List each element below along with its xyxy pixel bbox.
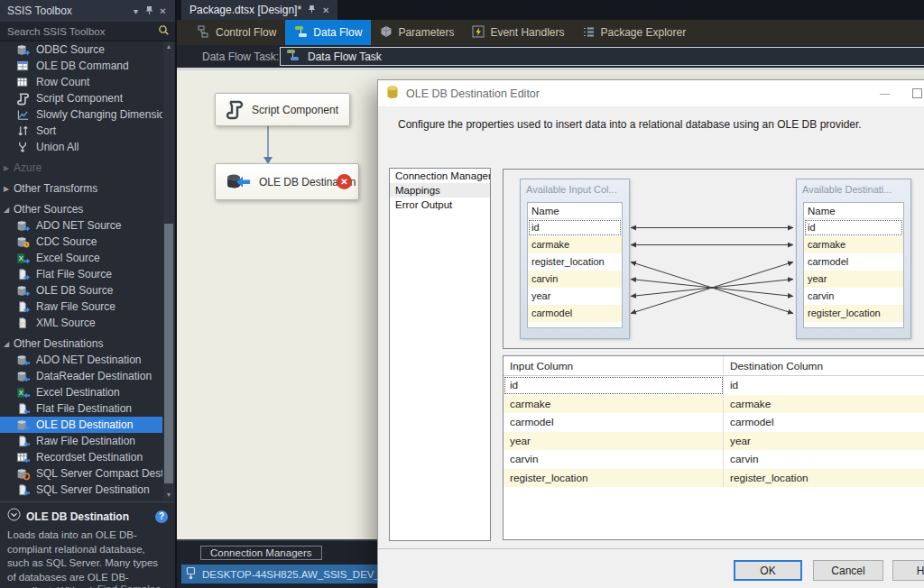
tab-package-explorer[interactable]: Package Explorer (573, 20, 695, 45)
chevron-circle-icon[interactable] (7, 508, 21, 525)
toolbox-item-raw-file-source[interactable]: Raw File Source (0, 299, 162, 315)
toolbox-item-script-component[interactable]: Script Component (0, 90, 162, 106)
data-flow-task-dropdown[interactable]: Data Flow Task (280, 47, 924, 66)
tab-label: Package Explorer (600, 26, 686, 39)
toolbox-item-ole-db-source[interactable]: OLE DB Source (0, 282, 162, 299)
toolbox-item-cdc-source[interactable]: CDC Source (0, 234, 162, 250)
toolbox-item-ole-db-command[interactable]: OLE DB Command (0, 58, 162, 74)
grid-row-year[interactable]: yearyear (504, 432, 924, 451)
tab-parameters[interactable]: Parameters (371, 20, 463, 45)
cancel-button[interactable]: Cancel (813, 560, 883, 581)
node-oledb-destination[interactable]: OLE DB Destination ✕ (215, 163, 359, 200)
grid-cell-input[interactable]: year (504, 432, 724, 451)
grid-cell-destination[interactable]: register_location (724, 469, 924, 488)
toolbox-group-other-sources[interactable]: ◢Other Sources (0, 201, 162, 217)
toolbox-item-excel-source[interactable]: XExcel Source (0, 250, 162, 266)
available-destination-columns-row-carmodel[interactable]: carmodel (804, 253, 903, 271)
help-circle-icon[interactable]: ? (155, 510, 168, 523)
toolbox-scrollbar[interactable]: ▲ ▼ (163, 41, 174, 500)
grid-cell-input[interactable]: id (504, 376, 724, 395)
dialog-nav-mappings[interactable]: Mappings (390, 183, 490, 198)
window-menu-icon[interactable]: ▾ (129, 6, 143, 16)
toolbox-item-ado-net-source[interactable]: ADO NET Source (0, 217, 162, 234)
minimize-icon[interactable] (880, 94, 890, 95)
toolbox-item-raw-file-destination[interactable]: Raw File Destination (0, 433, 162, 449)
grid-row-carvin[interactable]: carvincarvin (504, 450, 924, 469)
node-label: Script Component (252, 104, 338, 116)
available-input-columns-row-year[interactable]: year (528, 288, 622, 305)
available-input-columns-row-carmodel[interactable]: carmodel (528, 305, 622, 322)
grid-cell-input[interactable]: carmake (504, 395, 724, 414)
pin-icon[interactable] (143, 5, 156, 17)
available-input-columns-row-carmake[interactable]: carmake (528, 236, 622, 253)
grid-cell-input[interactable]: carvin (504, 450, 724, 469)
grid-row-carmodel[interactable]: carmodelcarmodel (504, 413, 924, 432)
available-destination-columns-row-year[interactable]: year (804, 271, 903, 288)
dialog-nav-error-output[interactable]: Error Output (390, 198, 490, 212)
toolbox-item-recordset-destination[interactable]: Recordset Destination (0, 449, 162, 465)
toolbox-item-row-count[interactable]: Row Count (0, 74, 162, 90)
grid-row-id[interactable]: idid (504, 376, 924, 395)
mapping-grid: Input ColumnDestination Columnididcarmak… (503, 355, 924, 540)
toolbox-group-other-transforms[interactable]: ▶Other Transforms (0, 180, 162, 197)
document-tab[interactable]: Package.dtsx [Design]* ✕ (181, 0, 337, 20)
toolbox-item-sort[interactable]: Sort (0, 123, 162, 139)
toolbox-group-other-destinations[interactable]: ◢Other Destinations (0, 335, 162, 352)
grid-row-carmake[interactable]: carmakecarmake (504, 395, 924, 414)
toolbox-item-excel-destination[interactable]: XExcel Destination (0, 384, 162, 400)
toolbox-item-label: ODBC Source (36, 43, 105, 56)
search-input[interactable] (5, 25, 158, 38)
tab-event-handlers[interactable]: Event Handlers (463, 20, 573, 45)
toolbox-item-datareader-destination[interactable]: DataReader Destination (0, 368, 162, 384)
available-destination-columns-row-register-location[interactable]: register_location (804, 305, 903, 322)
dialog-titlebar[interactable]: OLE DB Destination Editor (378, 80, 924, 107)
toolbox-item-sql-server-compact-destina[interactable]: SQL Server Compact Destina... (0, 465, 162, 482)
grid-cell-destination[interactable]: carmodel (724, 413, 924, 432)
grid-header-input-column[interactable]: Input Column (504, 356, 724, 375)
toolbox-item-flat-file-source[interactable]: Flat File Source (0, 266, 162, 282)
close-icon[interactable]: ✕ (156, 6, 170, 16)
toolbox-item-odbc-source[interactable]: ODBC Source (0, 41, 162, 58)
scrollbar-thumb[interactable] (164, 224, 173, 483)
tab-control-flow[interactable]: Control Flow (189, 20, 285, 45)
dialog-nav-connection-manager[interactable]: Connection Manager (390, 169, 490, 183)
maximize-icon[interactable] (912, 88, 922, 98)
grid-row-register-location[interactable]: register_locationregister_location (504, 469, 924, 488)
grid-cell-destination[interactable]: carmake (724, 395, 924, 414)
grid-cell-destination[interactable]: year (724, 432, 924, 451)
toolbox-item-xml-source[interactable]: </>XML Source (0, 315, 162, 331)
available-destination-columns-row-id[interactable]: id (804, 219, 903, 236)
ok-button[interactable]: OK (734, 560, 802, 581)
tab-close-icon[interactable]: ✕ (322, 5, 329, 15)
toolbox-item-label: DataReader Destination (36, 370, 152, 382)
toolbox-item-ole-db-destination[interactable]: OLE DB Destination (0, 417, 162, 433)
scroll-down-icon[interactable]: ▼ (163, 492, 174, 498)
tab-data-flow[interactable]: Data Flow (285, 20, 371, 45)
grid-cell-input[interactable]: register_location (504, 469, 724, 488)
database-destination-icon (16, 354, 31, 366)
grid-cell-destination[interactable]: id (724, 376, 924, 395)
grid-cell-input[interactable]: carmodel (504, 413, 724, 432)
toolbox-item-slowly-changing-dimension[interactable]: Slowly Changing Dimension (0, 106, 162, 123)
toolbox-item-ado-net-destination[interactable]: ADO NET Destination (0, 352, 162, 368)
find-samples-link[interactable]: Find Samples (97, 583, 161, 588)
help-button[interactable]: Help (892, 560, 924, 581)
available-input-columns-header: Name (528, 203, 622, 219)
available-input-columns-row-id[interactable]: id (528, 219, 622, 236)
toolbox-item-flat-file-destination[interactable]: Flat File Destination (0, 400, 162, 417)
grid-header-destination-column[interactable]: Destination Column (724, 356, 924, 375)
tab-pin-icon[interactable] (308, 4, 316, 16)
designer-tab-bar: Control FlowData FlowParametersEvent Han… (177, 20, 924, 45)
connection-managers-tab[interactable]: Connection Managers (200, 546, 322, 560)
search-icon[interactable] (158, 23, 170, 40)
toolbox-group-azure[interactable]: ▶Azure (0, 160, 162, 176)
available-input-columns-row-register-location[interactable]: register_location (528, 253, 622, 271)
toolbox-item-union-all[interactable]: Union All (0, 139, 162, 155)
available-input-columns-row-carvin[interactable]: carvin (528, 271, 622, 288)
node-script-component[interactable]: Script Component (215, 93, 350, 126)
scroll-up-icon[interactable]: ▲ (163, 43, 174, 50)
available-destination-columns-row-carmake[interactable]: carmake (804, 236, 903, 253)
available-destination-columns-row-carvin[interactable]: carvin (804, 288, 903, 305)
grid-cell-destination[interactable]: carvin (724, 450, 924, 469)
toolbox-item-sql-server-destination[interactable]: SQL Server Destination (0, 482, 162, 498)
